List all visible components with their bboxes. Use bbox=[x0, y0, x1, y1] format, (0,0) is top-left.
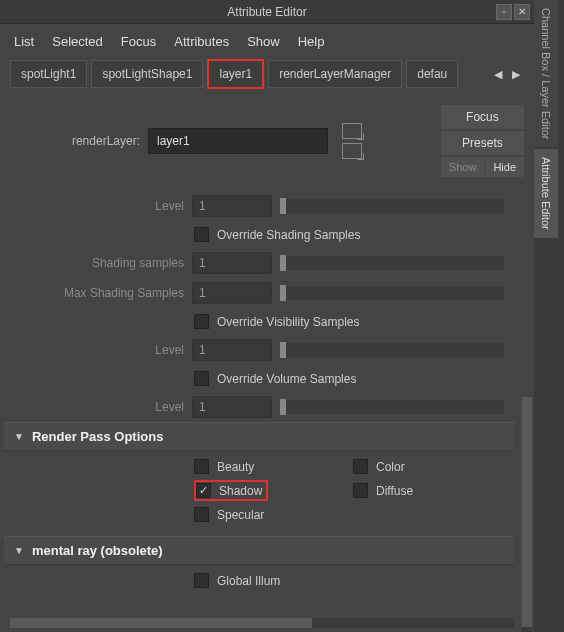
presets-button[interactable]: Presets bbox=[441, 131, 524, 155]
focus-button[interactable]: Focus bbox=[441, 105, 524, 129]
max-shading-slider[interactable] bbox=[280, 286, 504, 300]
level2-label: Level bbox=[14, 343, 184, 357]
override-volume-checkbox[interactable] bbox=[194, 371, 209, 386]
specular-label: Specular bbox=[217, 508, 264, 522]
level3-input[interactable] bbox=[192, 396, 272, 418]
color-label: Color bbox=[376, 460, 405, 474]
max-shading-label: Max Shading Samples bbox=[14, 286, 184, 300]
override-visibility-label: Override Visibility Samples bbox=[217, 315, 360, 329]
hide-button[interactable]: Hide bbox=[485, 157, 524, 177]
level3-slider[interactable] bbox=[280, 400, 504, 414]
menu-help[interactable]: Help bbox=[298, 34, 325, 49]
tab-bar: spotLight1 spotLightShape1 layer1 render… bbox=[0, 59, 534, 89]
chevron-down-icon: ▼ bbox=[14, 431, 24, 442]
level2-input[interactable] bbox=[192, 339, 272, 361]
tab-renderlayermanager[interactable]: renderLayerManager bbox=[268, 60, 402, 88]
level-slider[interactable] bbox=[280, 199, 504, 213]
shading-samples-slider[interactable] bbox=[280, 256, 504, 270]
restore-icon[interactable]: ▫ bbox=[496, 4, 512, 20]
level3-label: Level bbox=[14, 400, 184, 414]
in-connection-icon[interactable] bbox=[342, 123, 362, 139]
menu-list[interactable]: List bbox=[14, 34, 34, 49]
tab-default[interactable]: defau bbox=[406, 60, 458, 88]
show-button[interactable]: Show bbox=[441, 157, 485, 177]
menu-bar: List Selected Focus Attributes Show Help bbox=[0, 24, 534, 59]
window-title: Attribute Editor bbox=[227, 5, 306, 19]
horizontal-scrollbar[interactable] bbox=[10, 618, 514, 628]
level-label: Level bbox=[14, 199, 184, 213]
mental-ray-section[interactable]: ▼ mental ray (obsolete) bbox=[4, 536, 514, 565]
shading-samples-input[interactable] bbox=[192, 252, 272, 274]
render-pass-section[interactable]: ▼ Render Pass Options bbox=[4, 422, 514, 451]
tab-prev-icon[interactable]: ◀ bbox=[490, 66, 506, 83]
menu-selected[interactable]: Selected bbox=[52, 34, 103, 49]
menu-attributes[interactable]: Attributes bbox=[174, 34, 229, 49]
specular-checkbox[interactable] bbox=[194, 507, 209, 522]
shadow-checkbox[interactable] bbox=[196, 483, 211, 498]
close-icon[interactable]: ✕ bbox=[514, 4, 530, 20]
menu-focus[interactable]: Focus bbox=[121, 34, 156, 49]
global-illum-checkbox[interactable] bbox=[194, 573, 209, 588]
beauty-checkbox[interactable] bbox=[194, 459, 209, 474]
shading-samples-label: Shading samples bbox=[14, 256, 184, 270]
chevron-down-icon: ▼ bbox=[14, 545, 24, 556]
diffuse-checkbox[interactable] bbox=[353, 483, 368, 498]
level2-slider[interactable] bbox=[280, 343, 504, 357]
tab-layer1[interactable]: layer1 bbox=[207, 59, 264, 89]
side-tab-channel-box[interactable]: Channel Box / Layer Editor bbox=[534, 0, 558, 147]
override-shading-label: Override Shading Samples bbox=[217, 228, 360, 242]
diffuse-label: Diffuse bbox=[376, 484, 413, 498]
level-input[interactable] bbox=[192, 195, 272, 217]
tab-spotlight1[interactable]: spotLight1 bbox=[10, 60, 87, 88]
title-bar: Attribute Editor ▫ ✕ bbox=[0, 0, 534, 24]
layer-label: renderLayer: bbox=[10, 134, 140, 148]
max-shading-input[interactable] bbox=[192, 282, 272, 304]
attributes-panel: Level Override Shading Samples Shading s… bbox=[0, 187, 518, 606]
tab-spotlightshape1[interactable]: spotLightShape1 bbox=[91, 60, 203, 88]
color-checkbox[interactable] bbox=[353, 459, 368, 474]
vertical-scrollbar[interactable] bbox=[522, 397, 532, 632]
override-visibility-checkbox[interactable] bbox=[194, 314, 209, 329]
mental-ray-title: mental ray (obsolete) bbox=[32, 543, 163, 558]
render-pass-title: Render Pass Options bbox=[32, 429, 163, 444]
override-volume-label: Override Volume Samples bbox=[217, 372, 356, 386]
override-shading-checkbox[interactable] bbox=[194, 227, 209, 242]
menu-show[interactable]: Show bbox=[247, 34, 280, 49]
tab-next-icon[interactable]: ▶ bbox=[508, 66, 524, 83]
layer-name-input[interactable] bbox=[148, 128, 328, 154]
layer-row: renderLayer: Focus Presets Show Hide bbox=[0, 89, 534, 187]
beauty-label: Beauty bbox=[217, 460, 254, 474]
shadow-label: Shadow bbox=[219, 484, 262, 498]
global-illum-label: Global Illum bbox=[217, 574, 280, 588]
out-connection-icon[interactable] bbox=[342, 143, 362, 159]
side-tab-attribute-editor[interactable]: Attribute Editor bbox=[534, 149, 558, 238]
